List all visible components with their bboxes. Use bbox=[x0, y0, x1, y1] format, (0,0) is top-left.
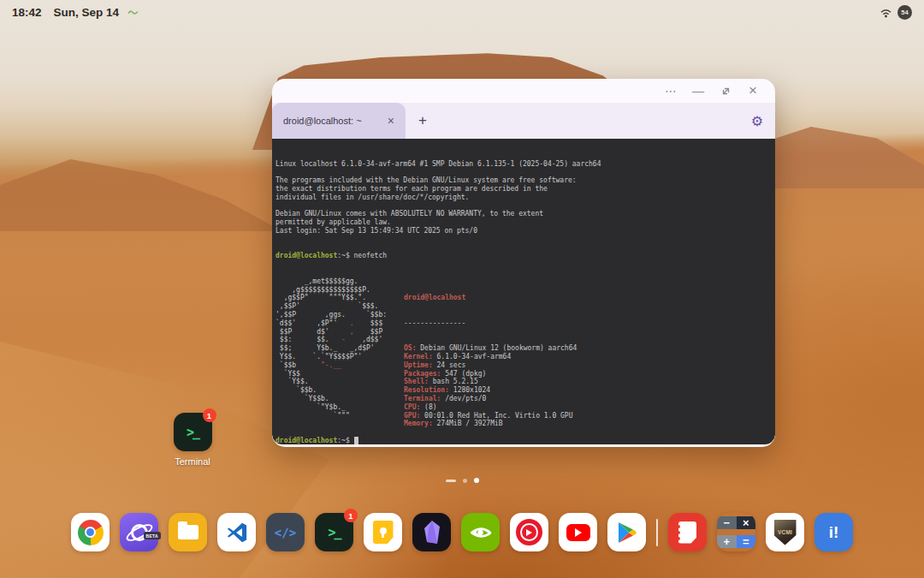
chrome-icon bbox=[78, 520, 104, 545]
tab-title: droid@localhost: ~ bbox=[283, 116, 385, 126]
equals-icon: = bbox=[737, 535, 756, 548]
page-dot[interactable] bbox=[463, 479, 467, 483]
terminal-line bbox=[275, 202, 772, 211]
neofetch-info: droid@localhost --------------- OS: Debi… bbox=[404, 277, 577, 447]
notification-badge: 1 bbox=[344, 509, 358, 522]
youtube-music-icon bbox=[516, 519, 542, 545]
date[interactable]: Sun, Sep 14 bbox=[54, 6, 120, 19]
terminal-line: Last login: Sat Sep 13 15:49:34 UTC 2025… bbox=[275, 227, 772, 235]
wifi-icon[interactable] bbox=[880, 7, 892, 18]
terminal-line: individual files in /usr/share/doc/*/cop… bbox=[275, 194, 772, 202]
notes-icon bbox=[678, 521, 696, 544]
terminal-content[interactable]: Linux localhost 6.1.0-34-avf-arm64 #1 SM… bbox=[272, 139, 775, 444]
vcmi-shield-icon: VCMI bbox=[774, 520, 797, 545]
terminal-prompt-line: droid@localhost:~$ neofetch bbox=[275, 252, 772, 260]
dock-icon-vcmi[interactable]: VCMI bbox=[766, 513, 804, 551]
dock-icon-calculator[interactable]: − × + = bbox=[717, 513, 755, 551]
folder-icon bbox=[178, 525, 198, 539]
dock-icon-youtube-music[interactable] bbox=[510, 513, 548, 551]
dock-icon-chrome[interactable] bbox=[71, 513, 110, 551]
terminal-window: ⋯ — × droid@localhost: ~ × + ⚙ Linux loc… bbox=[272, 79, 775, 447]
obsidian-gem-icon bbox=[421, 520, 443, 545]
neofetch-info-row: Packages: 547 (dpkg) bbox=[404, 370, 577, 378]
neofetch-info-row: GPU: 00:01.0 Red Hat, Inc. Virtio 1.0 GP… bbox=[404, 412, 577, 420]
minimize-button[interactable]: — bbox=[684, 80, 712, 101]
terminal-line: Linux localhost 6.1.0-34-avf-arm64 #1 SM… bbox=[275, 160, 772, 169]
neofetch-info-row: Kernel: 6.1.0-34-avf-arm64 bbox=[404, 353, 577, 361]
terminal-line: The programs included with the Debian GN… bbox=[275, 176, 772, 185]
code-brackets-icon: </> bbox=[275, 526, 296, 539]
play-store-icon bbox=[617, 521, 637, 544]
terminal-cursor bbox=[354, 437, 358, 444]
neofetch-info-row: Terminal: /dev/pts/0 bbox=[404, 395, 577, 403]
clock[interactable]: 18:42 bbox=[12, 6, 42, 19]
notification-badge: 1 bbox=[203, 408, 216, 422]
tab-droid-localhost[interactable]: droid@localhost: ~ × bbox=[272, 103, 406, 139]
neofetch-info-row: CPU: (8) bbox=[404, 403, 577, 412]
dock-icon-info-app[interactable]: i! bbox=[814, 513, 853, 551]
dock-icon-obsidian[interactable] bbox=[412, 513, 451, 551]
dock-icon-youtube[interactable] bbox=[559, 513, 597, 551]
terminal-prompt-icon: >_ bbox=[328, 525, 340, 540]
youtube-icon bbox=[566, 524, 590, 541]
settings-gear-icon[interactable]: ⚙ bbox=[739, 103, 775, 139]
shortcut-label: Terminal bbox=[158, 456, 227, 467]
neofetch-info-row: OS: Debian GNU/Linux 12 (bookworm) aarch… bbox=[404, 344, 577, 353]
battery-indicator[interactable]: 54 bbox=[897, 5, 912, 20]
neofetch-output: _,met$$$$$gg. ,g$$$$$$$$$$$$$$$P. ,g$$P"… bbox=[275, 277, 772, 420]
more-options-button[interactable]: ⋯ bbox=[657, 80, 684, 101]
terminal-line: the exact distribution terms for each pr… bbox=[275, 185, 772, 194]
keep-note-icon bbox=[373, 521, 394, 544]
dock-icon-vscode[interactable] bbox=[217, 513, 256, 551]
wallpaper-dune bbox=[0, 128, 282, 231]
window-titlebar[interactable]: ⋯ — × bbox=[272, 79, 775, 103]
terminal-line: permitted by applicable law. bbox=[275, 218, 772, 227]
minus-icon: − bbox=[717, 516, 737, 529]
terminal-icon[interactable]: >_ 1 bbox=[174, 413, 212, 451]
neofetch-info-row: Memory: 274MiB / 3927MiB bbox=[404, 420, 577, 428]
dock-icon-geforce-now[interactable] bbox=[461, 513, 500, 551]
dock-icon-terminal[interactable]: >_ 1 bbox=[315, 513, 353, 551]
neofetch-title: droid@localhost bbox=[404, 294, 577, 302]
desktop-shortcut-terminal[interactable]: >_ 1 Terminal bbox=[158, 413, 227, 467]
terminal-line: Debian GNU/Linux comes with ABSOLUTELY N… bbox=[275, 210, 772, 218]
home-page-indicator[interactable] bbox=[0, 478, 924, 483]
tab-close-icon[interactable]: × bbox=[385, 113, 397, 128]
beta-badge: BETA bbox=[144, 532, 161, 539]
dock-separator bbox=[656, 519, 658, 546]
dock-icon-code-editor[interactable]: </> bbox=[266, 513, 305, 551]
dock-icon-my-files[interactable] bbox=[169, 513, 207, 551]
edit-icon bbox=[127, 9, 139, 15]
dock-icon-samsung-notes[interactable] bbox=[668, 513, 707, 551]
tab-bar: droid@localhost: ~ × + ⚙ bbox=[272, 103, 775, 139]
new-tab-button[interactable]: + bbox=[406, 103, 440, 139]
multiply-icon: × bbox=[737, 516, 756, 529]
page-dot-active[interactable] bbox=[474, 478, 479, 483]
neofetch-separator: --------------- bbox=[404, 319, 577, 328]
dock-icon-samsung-internet-beta[interactable]: BETA bbox=[120, 513, 158, 551]
dock-icon-play-store[interactable] bbox=[607, 513, 646, 551]
maximize-button[interactable] bbox=[712, 80, 739, 101]
status-bar: 18:42 Sun, Sep 14 54 bbox=[0, 0, 924, 24]
nvidia-eye-icon bbox=[469, 523, 493, 542]
neofetch-info-row: Uptime: 24 secs bbox=[404, 361, 577, 370]
terminal-line bbox=[275, 168, 772, 176]
info-app-glyph: i! bbox=[829, 523, 839, 542]
debian-ascii-logo-accent: . , - "-.__ bbox=[275, 277, 354, 412]
dock-icon-google-keep[interactable] bbox=[364, 513, 402, 551]
plus-icon: + bbox=[717, 535, 737, 548]
neofetch-info-row: Resolution: 1280x1024 bbox=[404, 386, 577, 395]
home-dash-indicator[interactable] bbox=[446, 480, 456, 482]
vscode-icon bbox=[226, 521, 248, 544]
dock: BETA </> >_ 1 bbox=[0, 513, 924, 551]
neofetch-info-row: Shell: bash 5.2.15 bbox=[404, 378, 577, 386]
close-button[interactable]: × bbox=[739, 80, 767, 101]
